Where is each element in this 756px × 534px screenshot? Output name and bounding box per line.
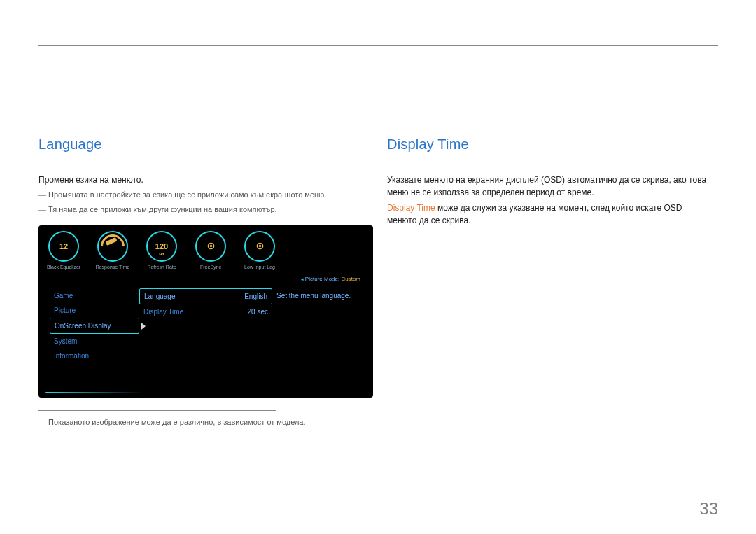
- header-rule: [38, 45, 718, 46]
- sub-value: English: [244, 293, 267, 300]
- dial-label: FreeSync: [192, 265, 229, 269]
- dial-icon: ⦿: [207, 242, 215, 251]
- osd-dial-row: 12 Black Equalizer Response Time 120Hz R…: [46, 231, 278, 269]
- side-item-picture[interactable]: Picture: [50, 303, 139, 318]
- display-time-desc: Display Time може да служи за указване н…: [387, 202, 713, 227]
- language-heading: Language: [38, 136, 364, 153]
- dial-black-equalizer: 12 Black Equalizer: [46, 231, 82, 269]
- osd-side-menu: Game Picture OnScreen Display System Inf…: [50, 286, 139, 363]
- display-time-intro: Указвате менюто на екранния дисплей (OSD…: [387, 174, 713, 199]
- dial-label: Low Input Lag: [241, 265, 278, 269]
- language-note-1: Промяната в настройките за езика ще се п…: [38, 189, 364, 202]
- page-number: 33: [699, 499, 718, 519]
- dial-circle: 120Hz: [146, 231, 177, 262]
- dial-value: 12: [59, 242, 68, 251]
- model-footnote: Показаното изображение може да е различн…: [38, 416, 364, 429]
- sub-value: 20 sec: [248, 308, 268, 316]
- gauge-icon: [97, 231, 128, 262]
- display-time-heading: Display Time: [387, 136, 713, 153]
- osd-screenshot: 12 Black Equalizer Response Time 120Hz R…: [38, 225, 373, 398]
- osd-menu-area: Game Picture OnScreen Display System Inf…: [50, 286, 362, 363]
- language-note-2: Тя няма да се приложи към други функции …: [38, 204, 364, 216]
- picture-mode-label: Picture Mode:: [305, 276, 342, 282]
- osd-sub-menu: Language English Display Time 20 sec: [139, 286, 272, 363]
- side-item-onscreen-display[interactable]: OnScreen Display: [50, 318, 139, 334]
- dial-circle: 12: [48, 231, 79, 262]
- dial-circle: ⦿: [244, 231, 275, 262]
- osd-description: Set the menu language.: [272, 286, 362, 363]
- side-item-game[interactable]: Game: [50, 288, 139, 303]
- footnote-rule: [38, 410, 276, 411]
- sub-label: Language: [144, 293, 176, 300]
- picture-mode-value: Custom: [341, 276, 360, 282]
- dial-value: 120: [155, 242, 168, 251]
- dial-icon: ⦿: [256, 242, 264, 251]
- right-column: Display Time Указвате менюто на екранния…: [387, 136, 713, 230]
- sub-row-language[interactable]: Language English: [139, 288, 272, 304]
- dial-circle: ⦿: [195, 231, 226, 262]
- dial-refresh-rate: 120Hz Refresh Rate: [144, 231, 180, 269]
- picture-mode-indicator: Picture Mode: Custom: [301, 276, 360, 282]
- hz-label: Hz: [159, 252, 164, 256]
- side-item-system[interactable]: System: [50, 334, 139, 349]
- dial-low-input-lag: ⦿ Low Input Lag: [241, 231, 278, 269]
- left-column: Language Променя езика на менюто. Промян…: [38, 136, 364, 431]
- language-intro: Променя езика на менюто.: [38, 174, 364, 186]
- dial-label: Response Time: [94, 265, 131, 269]
- dial-response-time: Response Time: [94, 231, 131, 269]
- sub-row-display-time[interactable]: Display Time 20 sec: [139, 304, 272, 319]
- dial-label: Black Equalizer: [46, 265, 82, 269]
- sub-label: Display Time: [144, 308, 183, 316]
- side-item-information[interactable]: Information: [50, 349, 139, 363]
- display-time-orange-label: Display Time: [387, 203, 435, 213]
- osd-accent-line: [45, 392, 144, 393]
- dial-freesync: ⦿ FreeSync: [192, 231, 229, 269]
- dial-label: Refresh Rate: [144, 265, 180, 269]
